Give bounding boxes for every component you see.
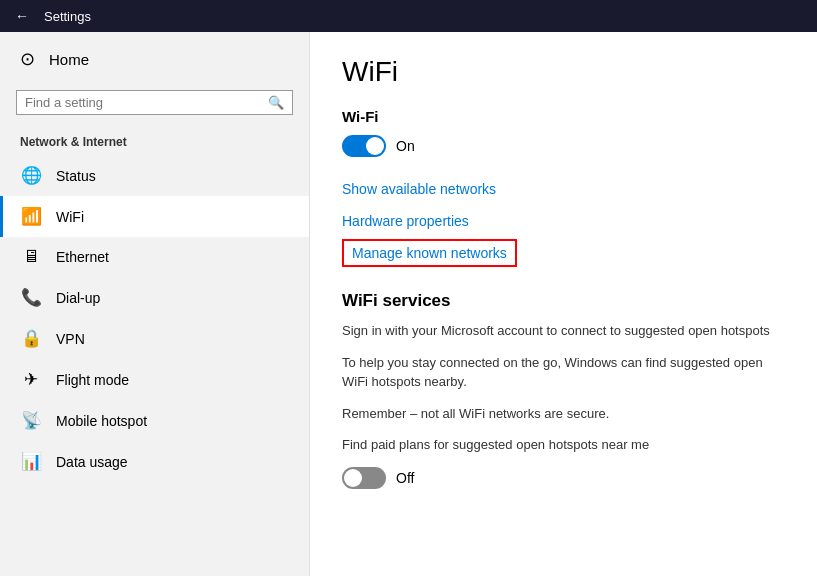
sidebar-item-vpn-label: VPN bbox=[56, 331, 85, 347]
sidebar-item-datausage[interactable]: 📊 Data usage bbox=[0, 441, 309, 482]
back-icon: ← bbox=[15, 8, 29, 24]
back-button[interactable]: ← bbox=[8, 2, 36, 30]
app-title: Settings bbox=[44, 9, 91, 24]
sidebar-item-ethernet[interactable]: 🖥 Ethernet bbox=[0, 237, 309, 277]
title-bar: ← Settings bbox=[0, 0, 817, 32]
sidebar-item-flightmode-label: Flight mode bbox=[56, 372, 129, 388]
dialup-icon: 📞 bbox=[20, 287, 42, 308]
sidebar-item-status-label: Status bbox=[56, 168, 96, 184]
show-networks-link[interactable]: Show available networks bbox=[342, 173, 785, 205]
wifi-services-title: WiFi services bbox=[342, 291, 785, 311]
paid-plans-toggle-knob bbox=[344, 469, 362, 487]
paid-plans-toggle-state: Off bbox=[396, 470, 414, 486]
toggle-knob bbox=[366, 137, 384, 155]
wifi-label: Wi-Fi bbox=[342, 108, 785, 125]
home-icon: ⊙ bbox=[20, 48, 35, 70]
services-text2: To help you stay connected on the go, Wi… bbox=[342, 353, 785, 392]
paid-plans-toggle-row: Off bbox=[342, 467, 785, 489]
wifi-toggle-row: On bbox=[342, 135, 785, 157]
toggle-state-label: On bbox=[396, 138, 415, 154]
hardware-properties-anchor[interactable]: Hardware properties bbox=[342, 205, 785, 237]
hardware-properties-link[interactable]: Hardware properties bbox=[342, 205, 785, 237]
status-icon: 🌐 bbox=[20, 165, 42, 186]
services-text4: Find paid plans for suggested open hotsp… bbox=[342, 435, 785, 455]
wifi-icon: 📶 bbox=[20, 206, 42, 227]
manage-known-networks-box[interactable]: Manage known networks bbox=[342, 239, 517, 267]
page-title: WiFi bbox=[342, 56, 785, 88]
flightmode-icon: ✈ bbox=[20, 369, 42, 390]
sidebar-item-flightmode[interactable]: ✈ Flight mode bbox=[0, 359, 309, 400]
content-area: WiFi Wi-Fi On Show available networks Ha… bbox=[310, 32, 817, 576]
show-networks-anchor[interactable]: Show available networks bbox=[342, 173, 785, 205]
ethernet-icon: 🖥 bbox=[20, 247, 42, 267]
sidebar-item-wifi[interactable]: 📶 WiFi bbox=[0, 196, 309, 237]
sidebar-item-ethernet-label: Ethernet bbox=[56, 249, 109, 265]
sidebar-item-status[interactable]: 🌐 Status bbox=[0, 155, 309, 196]
search-box[interactable]: 🔍 bbox=[16, 90, 293, 115]
services-text3: Remember – not all WiFi networks are sec… bbox=[342, 404, 785, 424]
paid-plans-toggle[interactable] bbox=[342, 467, 386, 489]
sidebar-item-dialup-label: Dial-up bbox=[56, 290, 100, 306]
search-input[interactable] bbox=[25, 95, 268, 110]
sidebar-item-mobilehotspot[interactable]: 📡 Mobile hotspot bbox=[0, 400, 309, 441]
sidebar-item-mobilehotspot-label: Mobile hotspot bbox=[56, 413, 147, 429]
vpn-icon: 🔒 bbox=[20, 328, 42, 349]
sidebar-item-datausage-label: Data usage bbox=[56, 454, 128, 470]
datausage-icon: 📊 bbox=[20, 451, 42, 472]
search-icon: 🔍 bbox=[268, 95, 284, 110]
sidebar-item-wifi-label: WiFi bbox=[56, 209, 84, 225]
sidebar-section-label: Network & Internet bbox=[0, 127, 309, 155]
sidebar-home-label: Home bbox=[49, 51, 89, 68]
manage-known-networks-anchor[interactable]: Manage known networks bbox=[352, 245, 507, 261]
mobilehotspot-icon: 📡 bbox=[20, 410, 42, 431]
sidebar: ⊙ Home 🔍 Network & Internet 🌐 Status 📶 W… bbox=[0, 32, 310, 576]
sidebar-item-vpn[interactable]: 🔒 VPN bbox=[0, 318, 309, 359]
main-layout: ⊙ Home 🔍 Network & Internet 🌐 Status 📶 W… bbox=[0, 32, 817, 576]
wifi-toggle[interactable] bbox=[342, 135, 386, 157]
sidebar-item-dialup[interactable]: 📞 Dial-up bbox=[0, 277, 309, 318]
sidebar-item-home[interactable]: ⊙ Home bbox=[0, 32, 309, 86]
services-text1: Sign in with your Microsoft account to c… bbox=[342, 321, 785, 341]
